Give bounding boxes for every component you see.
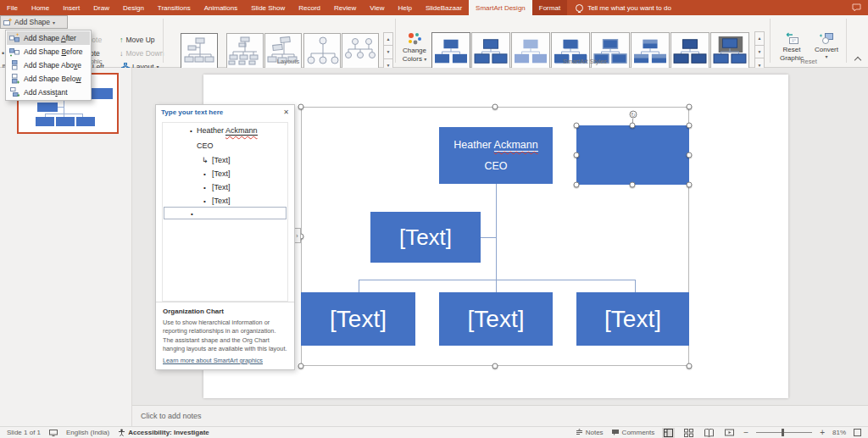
tell-me-box[interactable]: Tell me what you want to do	[576, 0, 671, 15]
styles-gallery-scroll[interactable]: ▲ ▼ ▼	[754, 32, 765, 72]
layout-thumb-org-chart[interactable]	[181, 33, 218, 70]
move-up-button[interactable]: ↑ Move Up	[120, 33, 155, 46]
tab-smartart-design[interactable]: SmartArt Design	[469, 0, 532, 15]
convert-icon	[820, 32, 834, 45]
tab-insert[interactable]: Insert	[56, 0, 86, 15]
collapse-ribbon-icon[interactable]	[854, 55, 861, 62]
style-thumb-2[interactable]	[471, 32, 510, 71]
ceo-name: Heather Ackmann	[453, 139, 537, 151]
accessibility-status[interactable]: Accessibility: Investigate	[118, 429, 209, 436]
text-pane-entry[interactable]: • [Text]	[163, 167, 287, 180]
learn-more-link[interactable]: Learn more about SmartArt graphics	[163, 357, 287, 365]
text-pane-list[interactable]: • Heather Ackmann CEO ↳ [Text] • [Text] …	[162, 122, 288, 302]
shape-handle[interactable]	[687, 152, 693, 158]
display-settings-icon[interactable]	[49, 430, 58, 436]
zoom-slider[interactable]	[756, 432, 812, 433]
change-colors-label-1: Change	[403, 47, 426, 54]
selection-handle[interactable]	[687, 363, 693, 369]
shape-handle[interactable]	[687, 123, 693, 129]
tab-transitions[interactable]: Transitions	[151, 0, 198, 15]
selection-handle[interactable]	[492, 363, 498, 369]
comments-toggle[interactable]: Comments	[611, 429, 655, 436]
shape-handle[interactable]	[574, 152, 580, 158]
gallery-scroll-up-icon[interactable]: ▲	[754, 31, 765, 46]
tab-home[interactable]: Home	[25, 0, 56, 15]
slideshow-view-button[interactable]	[723, 428, 736, 438]
zoom-in-button[interactable]: +	[820, 428, 825, 437]
normal-view-button[interactable]	[662, 428, 675, 438]
tab-draw[interactable]: Draw	[86, 0, 116, 15]
shape-handle[interactable]	[687, 182, 693, 188]
tab-format[interactable]: Format	[532, 0, 567, 15]
org-box-ceo[interactable]: Heather Ackmann CEO	[439, 127, 553, 184]
slide-sorter-view-button[interactable]	[682, 428, 695, 438]
org-box-subordinate-3[interactable]: [Text]	[576, 292, 689, 346]
tab-slidebazaar[interactable]: SlideBazaar	[419, 0, 469, 15]
style-thumb-7[interactable]	[670, 32, 709, 71]
menu-item-add-shape-above[interactable]: Add Shape Above	[7, 58, 90, 72]
gallery-scroll-down-icon[interactable]: ▼	[754, 45, 765, 59]
convert-button[interactable]: Convert ▾	[810, 32, 843, 72]
selection-handle[interactable]	[298, 363, 304, 369]
shape-handle[interactable]	[574, 123, 580, 129]
notes-pane[interactable]: Click to add notes	[132, 405, 868, 426]
text-pane-entry[interactable]: • [Text]	[163, 180, 287, 194]
comment-bubble-icon[interactable]	[852, 3, 861, 14]
menu-item-add-shape-below[interactable]: Add Shape Below	[7, 72, 90, 86]
shape-handle[interactable]	[630, 182, 636, 188]
connector-line	[359, 280, 359, 292]
rotate-handle[interactable]: ↻	[630, 111, 637, 119]
change-colors-button[interactable]: Change Colors ▾	[397, 32, 432, 72]
zoom-level[interactable]: 81%	[832, 429, 846, 436]
style-thumb-1[interactable]	[431, 32, 470, 71]
zoom-out-button[interactable]: −	[743, 428, 748, 437]
close-icon[interactable]: ✕	[283, 108, 289, 116]
connector-line	[481, 237, 496, 238]
shape-handle[interactable]	[574, 182, 580, 188]
selection-handle[interactable]	[492, 104, 498, 110]
text-pane-title: Type your text here	[161, 108, 283, 116]
org-box-assistant[interactable]: [Text]	[370, 212, 481, 263]
connector-line	[635, 280, 636, 292]
tab-slide-show[interactable]: Slide Show	[244, 0, 292, 15]
style-thumb-8[interactable]	[710, 32, 749, 71]
gallery-scroll-down-icon[interactable]: ▼	[383, 45, 393, 58]
reading-view-button[interactable]	[703, 428, 715, 438]
menu-item-add-assistant[interactable]: Add Assistant	[7, 86, 90, 99]
shape-handle[interactable]	[630, 123, 636, 129]
style-thumb-6[interactable]	[631, 32, 670, 71]
text-pane-entry-ceo-name[interactable]: • Heather Ackmann	[163, 124, 287, 137]
add-shape-button[interactable]: Add Shape ▾	[0, 15, 68, 29]
gallery-scroll-up-icon[interactable]: ▲	[383, 32, 393, 46]
tab-file[interactable]: File	[0, 0, 25, 15]
menu-item-add-shape-before[interactable]: Add Shape Before	[7, 45, 90, 58]
reset-graphic-button[interactable]: Reset Graphic	[775, 32, 809, 72]
menu-item-add-shape-after[interactable]: Add Shape After	[7, 31, 90, 45]
text-pane-entry-ceo-title[interactable]: CEO	[163, 139, 287, 152]
style-thumb-3[interactable]	[511, 32, 550, 71]
tab-view[interactable]: View	[363, 0, 391, 15]
language-indicator[interactable]: English (India)	[66, 429, 109, 436]
style-thumb-5[interactable]	[591, 32, 630, 71]
zoom-slider-thumb[interactable]	[782, 429, 784, 436]
org-box-new-shape[interactable]	[576, 125, 689, 185]
add-shape-below-icon	[9, 74, 19, 84]
selection-handle[interactable]	[687, 104, 693, 110]
fit-slide-to-window-icon[interactable]	[854, 429, 861, 436]
notes-toggle[interactable]: Notes	[576, 429, 604, 436]
tab-help[interactable]: Help	[392, 0, 419, 15]
text-pane-entry-assistant[interactable]: ↳ [Text]	[163, 153, 287, 167]
selection-handle[interactable]	[298, 104, 304, 110]
move-down-label: Move Down	[126, 49, 164, 58]
tab-record[interactable]: Record	[292, 0, 327, 15]
tab-review[interactable]: Review	[327, 0, 363, 15]
org-box-subordinate-1[interactable]: [Text]	[301, 292, 415, 346]
layouts-gallery-scroll[interactable]: ▲ ▼ ▼	[383, 33, 393, 72]
style-thumb-4[interactable]	[551, 32, 590, 71]
tab-design[interactable]: Design	[116, 0, 151, 15]
text-pane-entry-selected[interactable]: •	[164, 207, 287, 219]
divider	[156, 302, 294, 302]
tab-animations[interactable]: Animations	[198, 0, 245, 15]
org-box-subordinate-2[interactable]: [Text]	[439, 292, 553, 346]
text-pane-entry[interactable]: • [Text]	[163, 194, 287, 208]
